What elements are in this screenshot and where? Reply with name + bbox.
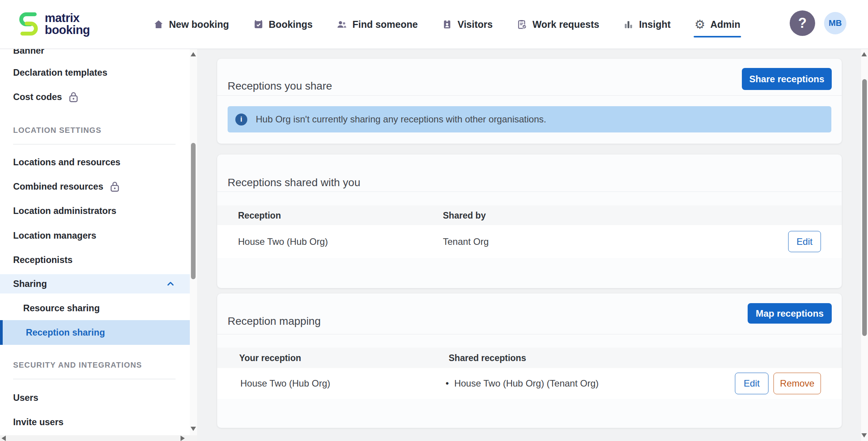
- help-button[interactable]: ?: [790, 10, 815, 36]
- info-icon: i: [235, 114, 247, 126]
- sidebar-item-label: Invite users: [13, 417, 64, 427]
- sidebar-item-receptionists[interactable]: Receptionists: [0, 251, 190, 268]
- nav-visitors[interactable]: Visitors: [442, 19, 493, 30]
- sidebar-divider: [13, 379, 176, 379]
- scroll-down-arrow-icon[interactable]: [861, 433, 867, 438]
- sidebar-item-locations-and-resources[interactable]: Locations and resources: [0, 154, 190, 171]
- receptions-shared-with-you-card: Receptions shared with you Reception Sha…: [217, 154, 842, 288]
- sidebar-item-invite-users[interactable]: Invite users: [0, 414, 190, 431]
- card-title: Receptions you share: [228, 80, 332, 92]
- cell-your-reception: House Two (Hub Org): [240, 378, 330, 389]
- sidebar-item-location-administrators[interactable]: Location administrators: [0, 202, 190, 219]
- visitor-badge-icon: [442, 19, 453, 30]
- column-header-shared-by: Shared by: [443, 210, 486, 220]
- sidebar-item-sharing[interactable]: Sharing: [0, 274, 190, 293]
- sidebar-item-label: Location administrators: [13, 206, 117, 216]
- column-header-shared-receptions: Shared receptions: [449, 353, 526, 363]
- sidebar-item-cost-codes[interactable]: Cost codes: [0, 88, 190, 105]
- page-scrollbar[interactable]: [861, 49, 868, 441]
- sidebar-item-declaration-templates[interactable]: Declaration templates: [0, 64, 190, 81]
- scroll-down-arrow-icon[interactable]: [191, 427, 196, 431]
- card-divider: [217, 334, 842, 334]
- matrix-booking-logo[interactable]: matrix booking: [19, 11, 90, 37]
- nav-new-booking[interactable]: New booking: [153, 19, 229, 30]
- sidebar-item-location-managers[interactable]: Location managers: [0, 227, 190, 244]
- card-divider: [217, 95, 842, 96]
- sidebar-section-security-integrations: SECURITY AND INTEGRATIONS: [13, 361, 142, 370]
- help-question-icon: ?: [798, 15, 807, 31]
- nav-item-label: Insight: [639, 19, 670, 30]
- sidebar-item-reception-sharing[interactable]: Reception sharing: [0, 320, 190, 345]
- cell-shared-receptions: •House Two (Hub Org) (Tenant Org): [446, 378, 599, 389]
- matrix-booking-logo-icon: [19, 11, 39, 37]
- sidebar-item-resource-sharing[interactable]: Resource sharing: [0, 300, 190, 317]
- nav-item-label: Find someone: [352, 19, 417, 30]
- user-avatar[interactable]: MB: [824, 12, 846, 34]
- nav-admin[interactable]: ⚙ Admin: [694, 19, 740, 30]
- card-divider: [217, 192, 842, 192]
- table-header-row: Your reception Shared receptions: [217, 348, 842, 368]
- shared-reception-text: House Two (Hub Org) (Tenant Org): [454, 378, 598, 388]
- main-content: Receptions you share Share receptions i …: [197, 49, 861, 441]
- sidebar-item-label: Sharing: [13, 279, 47, 289]
- page-scrollbar-thumb[interactable]: [862, 79, 867, 336]
- scroll-right-arrow-icon[interactable]: [181, 436, 185, 441]
- column-header-reception: Reception: [238, 210, 281, 220]
- top-nav: matrix booking New booking Bookings: [0, 0, 868, 49]
- edit-mapping-button[interactable]: Edit: [735, 373, 768, 394]
- nav-item-label: Work requests: [532, 19, 599, 30]
- clipboard-check-icon: [517, 19, 527, 30]
- reception-sharing-admin-page: matrix booking New booking Bookings: [0, 0, 868, 441]
- cell-shared-by: Tenant Org: [443, 236, 489, 247]
- scroll-up-arrow-icon[interactable]: [191, 52, 196, 56]
- reception-mapping-card: Reception mapping Map receptions Your re…: [217, 293, 842, 428]
- sidebar-scrollbar[interactable]: [190, 49, 197, 435]
- nav-item-label: Visitors: [458, 19, 493, 30]
- edit-shared-reception-button[interactable]: Edit: [788, 231, 821, 252]
- lock-icon: [110, 181, 120, 192]
- scroll-up-arrow-icon[interactable]: [861, 52, 867, 56]
- nav-bookings[interactable]: Bookings: [253, 19, 313, 30]
- nav-item-label: New booking: [169, 19, 229, 30]
- scroll-left-arrow-icon[interactable]: [2, 436, 6, 441]
- table-row: House Two (Hub Org) Tenant Org Edit: [217, 225, 842, 258]
- nav-item-label: Bookings: [269, 19, 313, 30]
- remove-mapping-button[interactable]: Remove: [773, 373, 821, 394]
- sidebar-item-banner[interactable]: Banner: [0, 49, 190, 59]
- gear-icon: ⚙: [694, 19, 705, 30]
- sidebar-item-label: Combined resources: [13, 181, 103, 192]
- sidebar-item-label: Banner: [13, 49, 44, 56]
- logo-wordmark: matrix booking: [45, 12, 90, 36]
- nav-insight[interactable]: Insight: [623, 19, 670, 30]
- table-header-row: Reception Shared by: [217, 205, 842, 225]
- nav-item-label: Admin: [710, 19, 740, 30]
- nav-find-someone[interactable]: Find someone: [336, 19, 417, 30]
- calendar-check-icon: [253, 19, 264, 30]
- people-icon: [336, 19, 347, 30]
- sidebar-divider: [13, 144, 176, 144]
- bullet-icon: •: [446, 378, 449, 389]
- sidebar-item-users[interactable]: Users: [0, 389, 190, 406]
- sidebar-section-location-settings: LOCATION SETTINGS: [13, 126, 101, 135]
- sidebar-item-label: Users: [13, 393, 38, 403]
- sidebar-scrollbar-thumb[interactable]: [191, 143, 196, 279]
- logo-line1: matrix: [45, 12, 90, 24]
- sidebar-item-combined-resources[interactable]: Combined resources: [0, 178, 190, 195]
- admin-sidebar: Banner Declaration templates Cost codes …: [0, 49, 190, 441]
- column-header-your-reception: Your reception: [239, 353, 301, 363]
- share-receptions-button[interactable]: Share receptions: [742, 68, 832, 90]
- sidebar-item-label: Resource sharing: [23, 303, 100, 314]
- bar-chart-icon: [623, 19, 634, 30]
- primary-nav: New booking Bookings Find someon: [153, 0, 740, 49]
- card-title: Receptions shared with you: [228, 176, 360, 189]
- nav-work-requests[interactable]: Work requests: [517, 19, 599, 30]
- map-receptions-button[interactable]: Map receptions: [748, 303, 832, 324]
- chevron-up-icon: [165, 278, 176, 289]
- sidebar-horizontal-scrollbar[interactable]: [0, 435, 197, 441]
- table-row: House Two (Hub Org) •House Two (Hub Org)…: [217, 368, 842, 399]
- lock-icon: [68, 91, 79, 103]
- sidebar-item-label: Receptionists: [13, 255, 73, 265]
- info-alert: i Hub Org isn't currently sharing any re…: [228, 106, 831, 132]
- sidebar-item-label: Declaration templates: [13, 68, 107, 78]
- home-icon: [153, 19, 164, 30]
